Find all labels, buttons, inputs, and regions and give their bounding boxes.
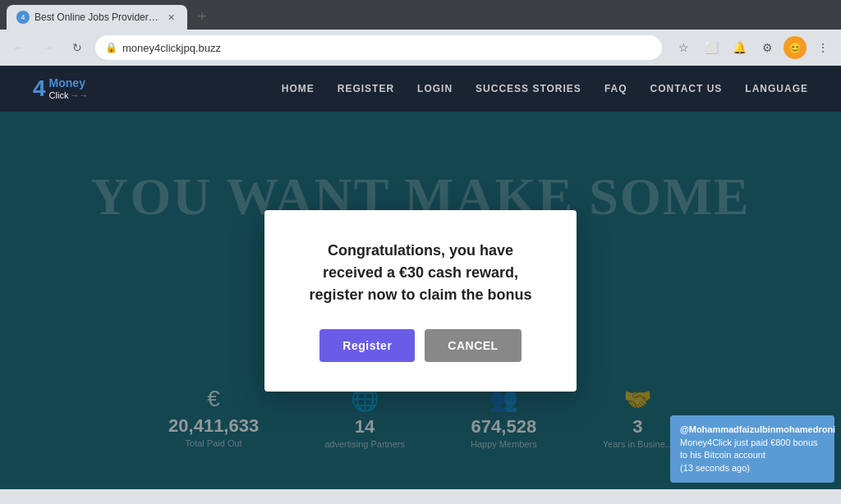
logo-bottom: Click →→ — [49, 90, 89, 100]
nav-home[interactable]: HOME — [282, 83, 315, 94]
toast-message: Money4Click just paid €800 bonus to his … — [680, 437, 825, 462]
nav-language[interactable]: LANGUAGE — [745, 83, 808, 94]
nav-login[interactable]: LOGIN — [417, 83, 453, 94]
back-button[interactable]: ← — [7, 36, 30, 59]
site-content: 4 Money Click →→ HOME REGISTER LOGIN SUC… — [0, 66, 841, 504]
modal-cancel-button[interactable]: CANCEL — [425, 329, 521, 362]
nav-links: HOME REGISTER LOGIN SUCCESS STORIES FAQ … — [282, 83, 808, 94]
address-bar: ← → ↻ 🔒 money4clickjpq.buzz ☆ ⬜ 🔔 ⚙ 😊 ⋮ — [0, 30, 841, 66]
toast-handle: @Mohammadfaizulbinmohamedroni — [680, 424, 825, 436]
browser-frame: 4 Best Online Jobs Provider in A... ✕ + … — [0, 0, 841, 504]
reward-modal: Congratulations, you have received a €30… — [264, 210, 577, 392]
logo-top: Money — [49, 77, 89, 89]
nav-register[interactable]: REGISTER — [338, 83, 394, 94]
active-tab[interactable]: 4 Best Online Jobs Provider in A... ✕ — [7, 5, 187, 30]
menu-icon[interactable]: ⋮ — [811, 36, 834, 59]
tab-favicon: 4 — [16, 11, 30, 24]
settings-icon[interactable]: ⚙ — [756, 36, 779, 59]
site-nav: 4 Money Click →→ HOME REGISTER LOGIN SUC… — [0, 66, 841, 112]
modal-message: Congratulations, you have received a €30… — [304, 240, 537, 306]
site-logo: 4 Money Click →→ — [33, 76, 88, 102]
reload-button[interactable]: ↻ — [66, 36, 89, 59]
tab-title: Best Online Jobs Provider in A... — [34, 11, 159, 23]
profile-button[interactable]: 😊 — [784, 36, 807, 59]
security-icon: 🔒 — [105, 42, 117, 53]
url-text: money4clickjpq.buzz — [122, 42, 221, 54]
tab-close-button[interactable]: ✕ — [164, 11, 177, 24]
logo-number: 4 — [33, 76, 46, 102]
notification-toast: @Mohammadfaizulbinmohamedroni Money4Clic… — [670, 415, 834, 483]
logo-text: Money Click →→ — [49, 77, 89, 99]
notification-icon[interactable]: 🔔 — [728, 36, 751, 59]
nav-contact[interactable]: CONTACT US — [650, 83, 723, 94]
toolbar-icons: ☆ ⬜ 🔔 ⚙ 😊 ⋮ — [672, 36, 834, 59]
bookmark-icon[interactable]: ☆ — [672, 36, 695, 59]
modal-register-button[interactable]: Register — [319, 329, 415, 362]
forward-button[interactable]: → — [36, 36, 59, 59]
hero-section: YOU WANT MAKE SOME MONEY? Start Earning … — [0, 112, 841, 489]
new-tab-button[interactable]: + — [191, 5, 214, 28]
nav-success-stories[interactable]: SUCCESS STORIES — [476, 83, 581, 94]
toast-time: (13 seconds ago) — [680, 462, 825, 474]
extension-icon[interactable]: ⬜ — [700, 36, 723, 59]
modal-buttons: Register CANCEL — [304, 329, 537, 362]
nav-faq[interactable]: FAQ — [604, 83, 627, 94]
tab-bar: 4 Best Online Jobs Provider in A... ✕ + — [0, 0, 841, 30]
url-bar[interactable]: 🔒 money4clickjpq.buzz — [95, 35, 662, 60]
